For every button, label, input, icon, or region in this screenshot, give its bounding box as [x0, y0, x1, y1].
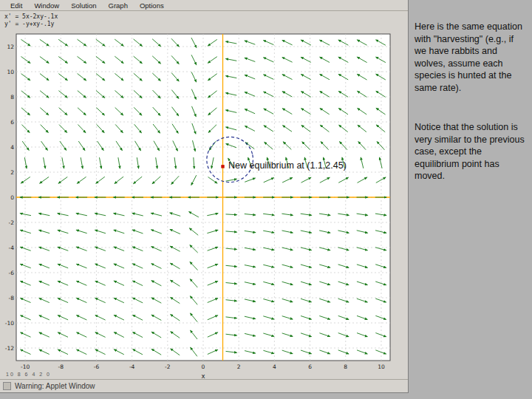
menu-options[interactable]: Options: [140, 1, 164, 10]
menu-window[interactable]: Window: [34, 1, 59, 10]
equation-display: x' = 5x-2xy-.1x y' = -y+xy-.1y: [4, 13, 58, 28]
equation-y: y' = -y+xy-.1y: [4, 21, 58, 28]
applet-status-bar: Warning: Applet Window: [0, 379, 408, 392]
svg-text:-10: -10: [5, 320, 14, 327]
phase-plane[interactable]: -10-8-6-4-20246810121086420-2-4-6-8-10-1…: [4, 31, 392, 378]
svg-text:2: 2: [237, 364, 241, 370]
svg-text:2: 2: [10, 169, 14, 176]
applet-warning-icon: [3, 382, 11, 390]
svg-text:-6: -6: [9, 270, 15, 276]
svg-text:-6: -6: [94, 364, 100, 370]
svg-text:-2: -2: [9, 219, 15, 226]
svg-text:0: 0: [202, 364, 205, 370]
svg-text:-8: -8: [9, 295, 15, 301]
svg-text:0: 0: [10, 194, 14, 201]
menu-bar: Edit Window Solution Graph Options: [0, 0, 408, 11]
svg-text:4: 4: [10, 144, 14, 151]
equilibrium-point: [221, 165, 224, 168]
svg-text:-10: -10: [21, 364, 30, 370]
applet-window: Edit Window Solution Graph Options x' = …: [0, 0, 409, 393]
footer-numbers: 10 8 6 4 2 0: [6, 372, 51, 377]
svg-text:-12: -12: [5, 345, 14, 352]
applet-warning-text: Warning: Applet Window: [15, 382, 95, 390]
svg-text:12: 12: [7, 44, 14, 50]
x-axis-label: x: [201, 372, 205, 378]
equilibrium-annotation: New equilibrium at (1.1,2.45): [228, 160, 347, 171]
svg-text:-2: -2: [165, 364, 171, 370]
slide: Edit Window Solution Graph Options x' = …: [0, 0, 532, 399]
svg-text:-8: -8: [58, 364, 64, 370]
svg-text:4: 4: [273, 364, 276, 370]
menu-solution[interactable]: Solution: [71, 1, 96, 10]
plot-svg: -10-8-6-4-20246810121086420-2-4-6-8-10-1…: [4, 31, 392, 378]
slide-text-panel: Here is the same equation with "harvesti…: [409, 0, 532, 399]
menu-edit[interactable]: Edit: [10, 1, 22, 10]
slide-paragraph-1: Here is the same equation with "harvesti…: [415, 21, 527, 94]
svg-text:10: 10: [7, 69, 14, 75]
svg-text:10: 10: [378, 364, 385, 370]
svg-text:-4: -4: [9, 245, 15, 251]
svg-text:8: 8: [10, 94, 14, 100]
svg-text:-4: -4: [129, 364, 135, 370]
svg-text:8: 8: [344, 364, 347, 370]
svg-text:6: 6: [308, 364, 312, 370]
equation-x: x' = 5x-2xy-.1x: [4, 13, 58, 21]
slide-paragraph-2: Notice that the solution is very similar…: [415, 121, 527, 183]
svg-text:6: 6: [10, 119, 14, 126]
menu-graph[interactable]: Graph: [109, 1, 128, 10]
